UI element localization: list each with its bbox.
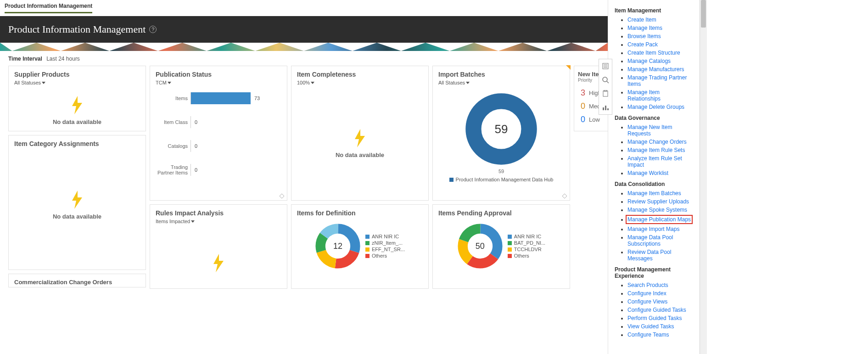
bar-row: Item Class0	[156, 116, 281, 128]
panel-link[interactable]: Create Pack	[627, 41, 658, 48]
svg-marker-1	[72, 191, 82, 209]
legend-item: BAT_PD_NI...	[508, 240, 545, 246]
panel-link[interactable]: Manage Manufacturers	[627, 66, 684, 73]
rules-impact-filter[interactable]: Items Impacted	[156, 219, 195, 224]
panel-link[interactable]: Create Item Structure	[627, 50, 680, 56]
scrollbar-thumb[interactable]	[701, 0, 706, 28]
panel-link[interactable]: Review Supplier Uploads	[627, 198, 689, 205]
item-completeness-filter[interactable]: 100%	[297, 80, 314, 85]
panel-link[interactable]: Manage Item Batches	[627, 190, 681, 197]
panel-link[interactable]: Analyze Item Rule Set Impact	[627, 155, 682, 168]
highlighted-link: Manage Publication Maps	[626, 215, 693, 224]
panel-link[interactable]: Manage Worklist	[627, 170, 668, 176]
bar-fill[interactable]	[191, 92, 251, 104]
bar-track: 0	[190, 140, 281, 152]
bar-value: 0	[195, 119, 197, 125]
priority-count: 3	[578, 88, 585, 98]
priority-label: Low	[589, 116, 600, 123]
panel-section-heading: Data Governance	[615, 115, 693, 121]
panel-link[interactable]: Manage Publication Maps	[627, 216, 691, 223]
panel-link[interactable]: Manage Item Relationships	[627, 89, 661, 102]
clipboard-icon[interactable]	[599, 87, 612, 101]
panel-link[interactable]: Manage Trading Partner Items	[627, 74, 687, 87]
bar-chart-icon[interactable]	[599, 101, 612, 114]
panel-link-item: Manage Publication Maps	[627, 214, 693, 225]
legend-item: Others	[365, 253, 405, 258]
chevron-down-icon	[168, 82, 171, 84]
panel-link[interactable]: Browse Items	[627, 33, 661, 39]
help-icon[interactable]: ?	[149, 26, 157, 33]
priority-row[interactable]: 0Low	[578, 113, 605, 126]
bar-label: Item Class	[156, 119, 190, 125]
card-item-completeness: Item Completeness 100% No data available	[291, 66, 429, 201]
panel-link-item: Manage Catalogs	[627, 57, 693, 65]
supplier-products-filter[interactable]: All Statuses	[14, 80, 45, 85]
card-title: Item Completeness	[297, 71, 423, 78]
interval-label: Time Interval	[8, 56, 42, 62]
legend-color-icon	[365, 247, 370, 252]
legend-color-icon	[508, 254, 512, 258]
panel-link-item: Manage Import Maps	[627, 225, 693, 233]
bolt-icon	[71, 96, 83, 116]
legend-color-icon	[449, 178, 454, 182]
time-interval-row: Time Interval Last 24 hours	[0, 51, 608, 66]
panel-link[interactable]: Manage Import Maps	[627, 226, 679, 232]
chevron-down-icon	[466, 82, 470, 84]
legend-item: Others	[508, 253, 545, 258]
panel-link[interactable]: Manage New Item Requests	[627, 124, 672, 137]
chevron-down-icon	[311, 82, 314, 84]
publication-status-filter[interactable]: TCM	[156, 80, 171, 85]
card-title: Items Pending Approval	[438, 209, 564, 217]
panel-link-item: Manage Item Relationships	[627, 88, 693, 103]
card-rules-impact: Rules Impact Analysis Items Impacted	[150, 204, 287, 289]
svg-rect-22	[603, 107, 604, 110]
alert-badge-icon[interactable]	[566, 65, 571, 70]
panel-link[interactable]: Manage Catalogs	[627, 58, 671, 64]
panel-link-item: Manage New Item Requests	[627, 123, 693, 138]
panel-link[interactable]: Review Data Pool Messages	[627, 249, 671, 262]
panel-link[interactable]: Configure Index	[627, 290, 666, 297]
search-icon[interactable]	[599, 73, 612, 87]
decorative-strip	[0, 43, 608, 51]
legend-color-icon	[508, 241, 512, 245]
tab-pim[interactable]: Product Information Management	[5, 3, 92, 13]
card-title: Supplier Products	[14, 71, 140, 78]
legend-color-icon	[508, 235, 512, 239]
panel-link[interactable]: View Guided Tasks	[627, 323, 674, 330]
list-icon[interactable]	[599, 59, 612, 73]
panel-link[interactable]: Manage Items	[627, 25, 662, 31]
card-supplier-products: Supplier Products All Statuses No data a…	[8, 66, 146, 131]
panel-link-item: Review Data Pool Messages	[627, 248, 693, 263]
legend-item: TCCHLDVR	[508, 247, 545, 252]
panel-link[interactable]: Configure Views	[627, 298, 667, 305]
panel-link[interactable]: Search Products	[627, 282, 668, 288]
panel-link[interactable]: Manage Delete Groups	[627, 104, 684, 110]
legend-label: TCCHLDVR	[514, 247, 542, 252]
expand-icon[interactable]	[279, 192, 285, 198]
expand-icon[interactable]	[561, 192, 568, 198]
panel-link[interactable]: Perform Guided Tasks	[627, 315, 682, 321]
panel-link-item: Manage Data Pool Subscriptions	[627, 233, 693, 248]
panel-link[interactable]: Configure Teams	[627, 332, 669, 338]
panel-link-item: Create Item	[627, 16, 693, 24]
panel-link[interactable]: Create Item	[627, 17, 656, 23]
legend-color-icon	[508, 247, 512, 252]
donut-below-label: 59	[498, 169, 504, 174]
legend-label: ANR NIR IC	[372, 234, 399, 239]
bar-value: 73	[254, 96, 260, 101]
panel-link[interactable]: Configure Guided Tasks	[627, 307, 686, 313]
svg-marker-0	[72, 96, 82, 114]
panel-link-item: Manage Delete Groups	[627, 103, 693, 111]
panel-link[interactable]: Manage Change Orders	[627, 139, 687, 145]
panel-link[interactable]: Manage Item Rule Sets	[627, 147, 685, 153]
panel-link[interactable]: Manage Spoke Systems	[627, 207, 687, 213]
bar-track: 0	[190, 164, 281, 176]
legend-label: ANR NIR IC	[514, 234, 541, 239]
legend-item: ANR NIR IC	[508, 234, 545, 239]
import-batches-filter[interactable]: All Statuses	[438, 80, 470, 85]
vertical-scrollbar[interactable]	[700, 0, 707, 354]
card-title: Commercialization Change Orders	[14, 279, 140, 286]
card-import-batches: Import Batches All Statuses 59 59	[432, 66, 570, 201]
panel-link-list: Manage New Item RequestsManage Change Or…	[615, 123, 693, 177]
panel-link[interactable]: Manage Data Pool Subscriptions	[627, 234, 673, 247]
